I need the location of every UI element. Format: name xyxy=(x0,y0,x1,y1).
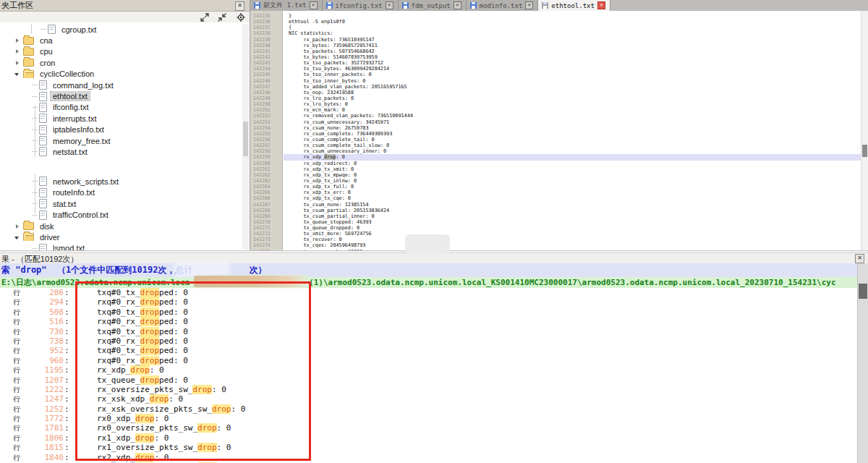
locate-file-icon[interactable] xyxy=(237,13,245,22)
collapse-all-icon[interactable] xyxy=(218,13,226,22)
folder-icon xyxy=(23,233,34,241)
result-text: rxq#0_rx_dropped: 0 xyxy=(97,317,188,326)
chevron-down-icon[interactable] xyxy=(14,71,20,77)
chevron-down-icon[interactable] xyxy=(14,234,20,240)
match-highlight: drop xyxy=(212,404,231,414)
editor-scrollbar-thumb[interactable] xyxy=(862,145,867,157)
tree-scrollbar-thumb[interactable] xyxy=(243,122,248,156)
results-scrollbar-thumb[interactable] xyxy=(859,284,867,299)
line-number: 142245 xyxy=(250,72,282,77)
results-scrollbar[interactable] xyxy=(857,263,868,463)
expand-all-icon[interactable] xyxy=(200,13,209,22)
tree-file-interrupts.txt[interactable]: interrupts.txt xyxy=(0,113,242,124)
result-row[interactable]: 行1772:rx0_xdp_drop: 0 xyxy=(0,414,858,423)
tree-file-command_log.txt[interactable]: command_log.txt xyxy=(0,80,242,90)
close-results-icon[interactable]: ✕ xyxy=(855,254,864,263)
editor-body[interactable]: 1422351422361422371422381422391422401422… xyxy=(250,11,868,250)
match-highlight: drop xyxy=(130,365,150,375)
chevron-right-icon[interactable] xyxy=(14,60,20,66)
close-tab-icon[interactable]: ✕ xyxy=(525,1,533,9)
result-colon: : xyxy=(64,404,69,414)
tree-file-iptablesInfo.txt[interactable]: iptablesInfo.txt xyxy=(0,124,242,135)
line-number: 142267 xyxy=(250,202,282,208)
close-tab-icon[interactable]: ✕ xyxy=(454,1,461,9)
result-row[interactable]: 行1222:rx_oversize_pkts_sw_drop: 0 xyxy=(0,385,858,394)
code-line: tx_tso_packets: 35272932712 xyxy=(289,60,861,66)
result-row[interactable]: 行516:rxq#0_rx_dropped: 0 xyxy=(0,317,858,326)
code-area[interactable]: }ethtool -S enp1s0f0{NIC statistics: rx_… xyxy=(289,11,861,250)
tree-folder-cna[interactable]: cna xyxy=(0,35,242,46)
tree-connector xyxy=(41,29,46,30)
code-line: rx_lro_bytes: 0 xyxy=(289,101,861,107)
tree-item-label: cna xyxy=(38,36,55,45)
file-icon xyxy=(39,136,47,145)
chevron-right-icon[interactable] xyxy=(14,224,20,229)
tree-file-stat.txt[interactable]: stat.txt xyxy=(0,198,242,209)
tree-file-netstat.txt[interactable]: netstat.txt xyxy=(0,146,242,157)
close-tab-icon[interactable]: ✕ xyxy=(386,1,393,9)
tree-file-lsmod.txt[interactable]: lsmod.txt xyxy=(0,243,242,250)
result-row[interactable]: 行1207:tx_queue_dropped: 0 xyxy=(0,375,858,385)
tab-fdm_output[interactable]: fdm_output✕ xyxy=(399,0,467,11)
result-row[interactable]: 行1815:rx1_oversize_pkts_sw_drop: 0 xyxy=(0,443,858,452)
code-line: rx_lro_packets: 0 xyxy=(289,95,861,101)
result-row[interactable]: 行960:rxq#0_rx_dropped: 0 xyxy=(0,356,858,365)
tree-file-ethtool.txt[interactable]: ethtool.txt xyxy=(0,90,242,101)
tree-file-memory_free.txt[interactable]: memory_free.txt xyxy=(0,135,242,146)
tab-新文件 1.txt[interactable]: 新文件 1.txt✕ xyxy=(250,0,323,11)
results-titlebar: 果 - （匹配10192次） ✕ xyxy=(0,253,868,264)
result-line-number: 1806 xyxy=(27,433,64,443)
workspace-title: 夹工作区 xyxy=(0,0,33,11)
match-highlight: drop xyxy=(135,433,155,443)
result-row[interactable]: 行730:txq#0_tx_dropped: 0 xyxy=(0,327,858,336)
tab-modinfo.txt[interactable]: modinfo.txt✕ xyxy=(467,0,539,11)
file-tree: cgroup.txtcnacpucroncyclicCollectioncomm… xyxy=(0,24,242,250)
result-row[interactable]: 行952:txq#0_tx_dropped: 0 xyxy=(0,346,858,355)
app-window: 夹工作区 ✕ cgroup.txtcnacpucroncyclicCollect… xyxy=(0,0,868,463)
chevron-right-icon[interactable] xyxy=(14,38,20,43)
tree-folder-disk[interactable]: disk xyxy=(0,221,242,232)
path-prefix: E:\日志\armod0523.odata.ncmp.unicom.loca xyxy=(1,278,190,287)
result-row[interactable]: 行1247:rx_xsk_xdp_drop: 0 xyxy=(0,394,858,404)
code-line: rx_csum_complete_tail_slow: 0 xyxy=(289,143,861,148)
tree-file-routeInfo.txt[interactable]: routeInfo.txt xyxy=(0,187,242,198)
result-row[interactable]: 行286:txq#0_tx_dropped: 0 xyxy=(0,288,858,297)
result-row[interactable]: 行294:rxq#0_rx_dropped: 0 xyxy=(0,297,858,307)
tab-ifconfig.txt[interactable]: ifconfig.txt✕ xyxy=(323,0,399,11)
tree-folder-cyclicCollection[interactable]: cyclicCollection xyxy=(0,69,242,80)
close-tab-icon[interactable]: ✕ xyxy=(597,1,605,9)
tree-file-cgroup.txt[interactable]: cgroup.txt xyxy=(0,24,242,35)
tree-folder-cron[interactable]: cron xyxy=(0,57,242,68)
line-number: 142237 xyxy=(250,25,282,30)
result-row-prefix: 行 xyxy=(13,297,20,307)
line-number: 142273 xyxy=(250,237,282,242)
result-row[interactable]: 行1806:rx1_xdp_drop: 0 xyxy=(0,433,858,443)
result-row[interactable]: 行1840:rx2_xdp_drop: 0 xyxy=(0,453,858,462)
match-highlight: drop xyxy=(192,385,212,394)
tree-file-ifconfig.txt[interactable]: ifconfig.txt xyxy=(0,102,242,113)
tree-connector xyxy=(32,215,38,216)
result-text: rx2_xdp_drop: 0 xyxy=(97,453,169,462)
close-tab-icon[interactable]: ✕ xyxy=(310,1,318,9)
editor-scrollbar[interactable] xyxy=(861,11,868,250)
result-text: rx_xsk_xdp_drop: 0 xyxy=(97,394,183,404)
result-line-number: 1247 xyxy=(27,394,64,404)
result-file-path[interactable]: E:\日志\armod0523.odata.ncmp.unicom.locar(… xyxy=(0,277,858,288)
tree-file-trafficControl.txt[interactable]: trafficControl.txt xyxy=(0,209,242,220)
result-row[interactable]: 行508:txq#0_tx_dropped: 0 xyxy=(0,307,858,317)
close-icon[interactable]: ✕ xyxy=(235,1,244,11)
tree-folder-driver[interactable]: driver xyxy=(0,232,242,242)
result-row[interactable]: 行738:rxq#0_rx_dropped: 0 xyxy=(0,336,858,346)
tree-item-label: cyclicCollection xyxy=(38,69,96,78)
result-row[interactable]: 行1781:rx0_oversize_pkts_sw_drop: 0 xyxy=(0,423,858,433)
code-line: tx_bytes: 514607839753959 xyxy=(289,54,861,60)
chevron-right-icon[interactable] xyxy=(14,48,20,54)
tree-scrollbar[interactable] xyxy=(242,24,249,250)
tree-folder-cpu[interactable]: cpu xyxy=(0,46,242,57)
result-row[interactable]: 行1252:rx_xsk_oversize_pkts_sw_drop: 0 xyxy=(0,404,858,414)
tab-ethtool.txt[interactable]: ethtool.txt✕ xyxy=(538,0,610,11)
result-row-prefix: 行 xyxy=(13,453,20,462)
result-row[interactable]: 行1195:rx_xdp_drop: 0 xyxy=(0,365,858,375)
tree-file-network_scripts.txt[interactable]: network_scripts.txt xyxy=(0,176,242,187)
match-highlight: drop xyxy=(140,307,160,317)
